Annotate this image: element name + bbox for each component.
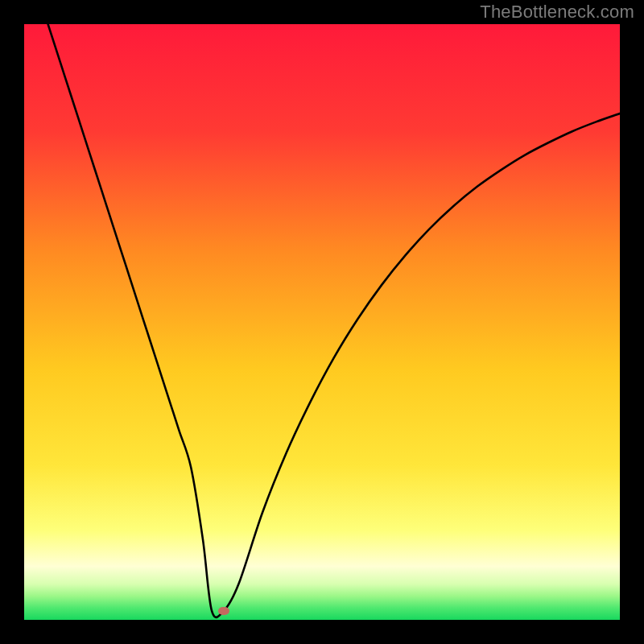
stage: TheBottleneck.com: [0, 0, 644, 644]
bottleneck-plot: [24, 24, 620, 620]
bottleneck-curve: [24, 24, 620, 620]
watermark-text: TheBottleneck.com: [480, 2, 634, 23]
minimum-marker: [218, 607, 229, 615]
